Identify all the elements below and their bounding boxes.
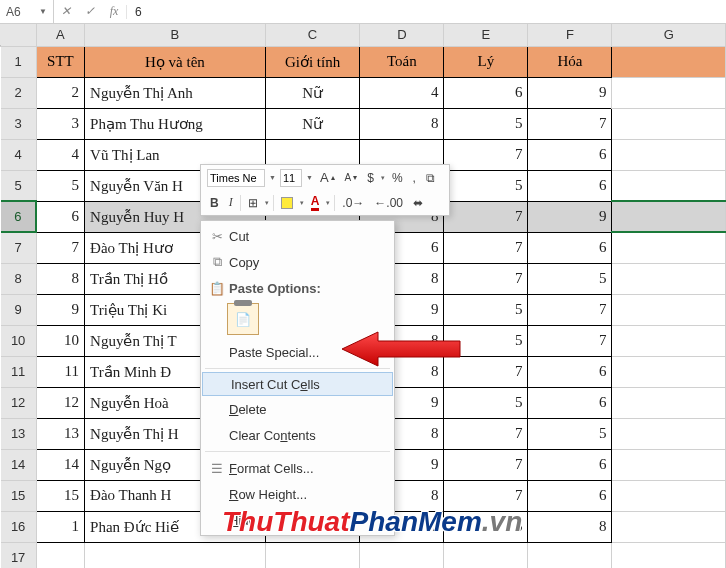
font-color-button[interactable]: A <box>308 194 323 211</box>
merge-button[interactable]: ⬌ <box>410 196 426 210</box>
fb-enter-button[interactable]: ✓ <box>78 0 102 23</box>
hdr-name[interactable]: Họ và tên <box>85 46 266 77</box>
cell-phy[interactable]: 7 <box>444 263 528 294</box>
row-header[interactable]: 1 <box>1 46 37 77</box>
cell-empty[interactable] <box>612 542 726 568</box>
cell-chem[interactable]: 6 <box>528 232 612 263</box>
row-header[interactable]: 14 <box>1 449 37 480</box>
cell-empty[interactable] <box>444 542 528 568</box>
format-painter-button[interactable]: ⧉ <box>423 171 438 185</box>
chevron-down-icon[interactable]: ▼ <box>306 174 313 181</box>
cell-stt[interactable]: 15 <box>36 480 84 511</box>
cell-G[interactable] <box>612 170 726 201</box>
row-header[interactable]: 13 <box>1 418 37 449</box>
cell-phy[interactable]: 5 <box>444 108 528 139</box>
cell-chem[interactable]: 7 <box>528 325 612 356</box>
cell-phy[interactable]: 6 <box>444 77 528 108</box>
cell-G[interactable] <box>612 263 726 294</box>
formula-value[interactable]: 6 <box>126 5 726 19</box>
ctx-row-height[interactable]: Row Height... <box>201 481 394 507</box>
hdr-math[interactable]: Toán <box>360 46 444 77</box>
row-header[interactable]: 4 <box>1 139 37 170</box>
cell-phy[interactable]: 7 <box>444 201 528 232</box>
paste-option-button[interactable]: 📄 <box>227 303 259 335</box>
increase-decimal-button[interactable]: ←.00 <box>371 196 406 210</box>
col-header-A[interactable]: A <box>36 24 84 46</box>
fill-color-button[interactable] <box>278 197 296 209</box>
decrease-font-button[interactable]: A▾ <box>342 172 361 183</box>
chevron-down-icon[interactable]: ▾ <box>265 199 269 207</box>
row-header[interactable]: 12 <box>1 387 37 418</box>
cell-G[interactable] <box>612 418 726 449</box>
name-box[interactable]: A6 ▼ <box>0 0 54 23</box>
comma-button[interactable]: , <box>410 171 419 185</box>
row-header[interactable]: 15 <box>1 480 37 511</box>
cell-stt[interactable]: 7 <box>36 232 84 263</box>
cell-phy[interactable]: 5 <box>444 387 528 418</box>
cell-chem[interactable]: 8 <box>528 511 612 542</box>
col-header-C[interactable]: C <box>265 24 360 46</box>
ctx-delete[interactable]: Delete <box>201 396 394 422</box>
row-header[interactable]: 10 <box>1 325 37 356</box>
cell-empty[interactable] <box>360 542 444 568</box>
cell-G[interactable] <box>612 387 726 418</box>
row-header[interactable]: 5 <box>1 170 37 201</box>
ctx-insert-cut-cells[interactable]: Insert Cut Cells <box>202 372 393 396</box>
cell-stt[interactable]: 2 <box>36 77 84 108</box>
cell-empty[interactable] <box>85 542 266 568</box>
cell-stt[interactable]: 5 <box>36 170 84 201</box>
row-header[interactable]: 11 <box>1 356 37 387</box>
chevron-down-icon[interactable]: ▾ <box>300 199 304 207</box>
ctx-copy[interactable]: ⧉ Copy <box>201 249 394 275</box>
col-header-F[interactable]: F <box>528 24 612 46</box>
cell-math[interactable]: 4 <box>360 77 444 108</box>
cell-stt[interactable]: 6 <box>36 201 84 232</box>
col-header-B[interactable]: B <box>85 24 266 46</box>
row-header[interactable]: 7 <box>1 232 37 263</box>
cell-G[interactable] <box>612 201 726 232</box>
chevron-down-icon[interactable]: ▾ <box>381 174 385 182</box>
hdr-chem[interactable]: Hóa <box>528 46 612 77</box>
col-header-E[interactable]: E <box>444 24 528 46</box>
hdr-phy[interactable]: Lý <box>444 46 528 77</box>
hdr-stt[interactable]: STT <box>36 46 84 77</box>
cell-stt[interactable]: 4 <box>36 139 84 170</box>
font-family-combo[interactable] <box>207 169 265 187</box>
cell-G[interactable] <box>612 356 726 387</box>
row-header[interactable]: 6 <box>1 201 37 232</box>
cell-phy[interactable]: 7 <box>444 418 528 449</box>
cell-stt[interactable]: 14 <box>36 449 84 480</box>
cell-stt[interactable]: 9 <box>36 294 84 325</box>
cell-chem[interactable]: 5 <box>528 263 612 294</box>
row-header[interactable]: 2 <box>1 77 37 108</box>
cell-phy[interactable]: 5 <box>444 325 528 356</box>
cell-stt[interactable]: 8 <box>36 263 84 294</box>
cell-sex[interactable]: Nữ <box>265 77 360 108</box>
italic-button[interactable]: I <box>226 195 236 210</box>
cell-phy[interactable]: 7 <box>444 139 528 170</box>
decrease-decimal-button[interactable]: .0→ <box>339 196 367 210</box>
ctx-cut[interactable]: ✂ Cut <box>201 223 394 249</box>
ctx-format-cells[interactable]: ☰ Format Cells... <box>201 455 394 481</box>
currency-button[interactable]: $ <box>364 171 377 185</box>
cell-chem[interactable]: 7 <box>528 294 612 325</box>
font-size-combo[interactable] <box>280 169 302 187</box>
cell-empty[interactable] <box>265 542 360 568</box>
row-header[interactable]: 9 <box>1 294 37 325</box>
cell-phy[interactable]: 5 <box>444 294 528 325</box>
cell-phy[interactable]: 7 <box>444 480 528 511</box>
cell-phy[interactable]: 5 <box>444 511 528 542</box>
ctx-paste-special[interactable]: Paste Special... ▶ <box>201 339 394 365</box>
cell-chem[interactable]: 9 <box>528 201 612 232</box>
cell-empty[interactable] <box>528 542 612 568</box>
cell-chem[interactable]: 6 <box>528 139 612 170</box>
cell-sex[interactable]: Nữ <box>265 108 360 139</box>
cell-math[interactable]: 8 <box>360 108 444 139</box>
chevron-down-icon[interactable]: ▼ <box>269 174 276 181</box>
row-header[interactable]: 3 <box>1 108 37 139</box>
cell-G[interactable] <box>612 232 726 263</box>
row-header[interactable]: 16 <box>1 511 37 542</box>
cell-chem[interactable]: 6 <box>528 170 612 201</box>
cell-phy[interactable]: 5 <box>444 170 528 201</box>
cell-chem[interactable]: 5 <box>528 418 612 449</box>
